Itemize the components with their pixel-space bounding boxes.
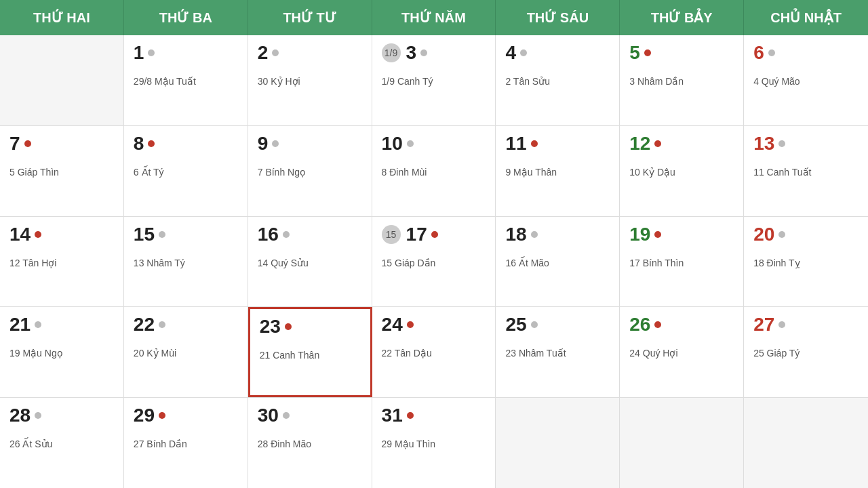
week-row-3: 2119 Mậu Ngọ2220 Kỷ Mùi2321 Canh Thân242… bbox=[0, 307, 868, 398]
day-cell[interactable]: 1816 Ất Mão bbox=[496, 217, 620, 307]
day-number: 16 bbox=[258, 224, 362, 245]
event-dot bbox=[148, 49, 155, 56]
day-cell[interactable]: 1/931/9 Canh Tý bbox=[372, 35, 496, 125]
day-number: 22 bbox=[134, 314, 238, 336]
day-cell[interactable]: 1311 Canh Tuất bbox=[744, 126, 868, 216]
lunar-date: 19 Mậu Ngọ bbox=[9, 348, 114, 359]
event-dot bbox=[35, 412, 41, 419]
day-badge: 15 bbox=[382, 225, 401, 244]
day-number: 19 bbox=[629, 224, 734, 245]
header-cell-0: THỨ HAI bbox=[0, 0, 124, 35]
day-cell[interactable]: 3028 Đinh Mão bbox=[248, 398, 372, 488]
day-number: 1517 bbox=[382, 224, 486, 245]
calendar: THỨ HAITHỨ BATHỨ TƯTHỨ NĂMTHỨ SÁUTHỨ BẢY… bbox=[0, 0, 868, 488]
day-cell[interactable] bbox=[744, 398, 868, 488]
lunar-date: 25 Giáp Tý bbox=[753, 348, 859, 359]
lunar-date: 24 Quý Hợi bbox=[629, 348, 734, 359]
day-cell[interactable]: 2220 Kỷ Mùi bbox=[124, 307, 248, 397]
event-dot bbox=[778, 321, 785, 328]
calendar-header: THỨ HAITHỨ BATHỨ TƯTHỨ NĂMTHỨ SÁUTHỨ BẢY… bbox=[0, 0, 868, 35]
day-cell[interactable]: 2422 Tân Dậu bbox=[372, 307, 496, 397]
day-number: 7 bbox=[9, 133, 114, 155]
event-dot bbox=[283, 231, 290, 238]
day-cell[interactable]: 86 Ất Tý bbox=[124, 126, 248, 216]
lunar-date: 17 Bính Thìn bbox=[629, 258, 734, 268]
event-dot bbox=[654, 231, 661, 238]
day-cell[interactable] bbox=[620, 398, 744, 488]
day-cell[interactable]: 2927 Bính Dần bbox=[124, 398, 248, 488]
day-cell[interactable]: 1513 Nhâm Tý bbox=[124, 217, 248, 307]
lunar-date: 30 Kỷ Hợi bbox=[258, 76, 362, 87]
day-number: 1 bbox=[134, 42, 238, 64]
day-number: 12 bbox=[629, 133, 734, 155]
event-dot bbox=[531, 231, 538, 238]
lunar-date: 26 Ất Sửu bbox=[9, 439, 114, 449]
day-cell[interactable]: 1917 Bính Thìn bbox=[620, 217, 744, 307]
header-cell-5: THỨ BẢY bbox=[620, 0, 744, 35]
day-cell[interactable] bbox=[0, 35, 124, 125]
day-number: 5 bbox=[629, 42, 734, 64]
day-number: 21 bbox=[9, 314, 114, 336]
day-cell[interactable]: 108 Đinh Mùi bbox=[372, 126, 496, 216]
event-dot bbox=[407, 321, 414, 328]
event-dot bbox=[35, 231, 41, 238]
day-cell[interactable]: 2826 Ất Sửu bbox=[0, 398, 124, 488]
day-number: 2 bbox=[258, 42, 362, 64]
day-cell[interactable]: 2523 Nhâm Tuất bbox=[496, 307, 620, 397]
day-cell[interactable]: 1210 Kỷ Dậu bbox=[620, 126, 744, 216]
header-cell-4: THỨ SÁU bbox=[496, 0, 620, 35]
day-cell[interactable]: 119 Mậu Thân bbox=[496, 126, 620, 216]
week-row-4: 2826 Ất Sửu2927 Bính Dần3028 Đinh Mão312… bbox=[0, 398, 868, 488]
event-dot bbox=[768, 49, 775, 56]
event-dot bbox=[272, 140, 279, 147]
event-dot bbox=[431, 231, 438, 238]
lunar-date: 10 Kỷ Dậu bbox=[629, 167, 734, 178]
day-number: 31 bbox=[382, 405, 486, 426]
day-cell[interactable]: 2018 Đinh Tỵ bbox=[744, 217, 868, 307]
event-dot bbox=[531, 321, 538, 328]
lunar-date: 28 Đinh Mão bbox=[258, 439, 362, 449]
day-cell[interactable] bbox=[496, 398, 620, 488]
day-number: 29 bbox=[134, 405, 238, 426]
event-dot bbox=[420, 49, 427, 56]
lunar-date: 29/8 Mậu Tuất bbox=[134, 76, 238, 87]
day-number: 1/93 bbox=[382, 42, 486, 64]
lunar-date: 9 Mậu Thân bbox=[505, 167, 610, 178]
day-cell[interactable]: 129/8 Mậu Tuất bbox=[124, 35, 248, 125]
event-dot bbox=[520, 49, 527, 56]
lunar-date: 18 Đinh Tỵ bbox=[753, 258, 859, 268]
day-cell[interactable]: 97 Bính Ngọ bbox=[248, 126, 372, 216]
lunar-date: 7 Bính Ngọ bbox=[258, 167, 362, 178]
day-number: 8 bbox=[134, 133, 238, 155]
header-cell-1: THỨ BA bbox=[124, 0, 248, 35]
day-cell[interactable]: 151715 Giáp Dần bbox=[372, 217, 496, 307]
day-cell[interactable]: 64 Quý Mão bbox=[744, 35, 868, 125]
day-cell[interactable]: 2725 Giáp Tý bbox=[744, 307, 868, 397]
day-number: 20 bbox=[753, 224, 859, 245]
day-number: 18 bbox=[505, 224, 610, 245]
day-number: 14 bbox=[9, 224, 114, 245]
day-cell[interactable]: 75 Giáp Thìn bbox=[0, 126, 124, 216]
day-cell[interactable]: 53 Nhâm Dần bbox=[620, 35, 744, 125]
week-row-1: 75 Giáp Thìn86 Ất Tý97 Bính Ngọ108 Đinh … bbox=[0, 126, 868, 217]
day-number: 24 bbox=[382, 314, 486, 336]
event-dot bbox=[407, 140, 414, 147]
header-cell-3: THỨ NĂM bbox=[372, 0, 496, 35]
day-cell[interactable]: 3129 Mậu Thìn bbox=[372, 398, 496, 488]
event-dot bbox=[159, 321, 165, 328]
day-number: 15 bbox=[134, 224, 238, 245]
lunar-date: 15 Giáp Dần bbox=[382, 258, 486, 268]
event-dot bbox=[159, 231, 165, 238]
day-cell[interactable]: 1412 Tân Hợi bbox=[0, 217, 124, 307]
header-cell-2: THỨ TƯ bbox=[248, 0, 372, 35]
day-cell[interactable]: 42 Tân Sửu bbox=[496, 35, 620, 125]
day-number: 27 bbox=[753, 314, 859, 336]
day-cell[interactable]: 2624 Quý Hợi bbox=[620, 307, 744, 397]
day-cell[interactable]: 2321 Canh Thân bbox=[248, 307, 372, 397]
lunar-date: 14 Quý Sửu bbox=[258, 258, 362, 268]
day-cell[interactable]: 2119 Mậu Ngọ bbox=[0, 307, 124, 397]
event-dot bbox=[35, 321, 41, 328]
day-badge: 1/9 bbox=[382, 43, 401, 62]
day-cell[interactable]: 1614 Quý Sửu bbox=[248, 217, 372, 307]
day-cell[interactable]: 230 Kỷ Hợi bbox=[248, 35, 372, 125]
